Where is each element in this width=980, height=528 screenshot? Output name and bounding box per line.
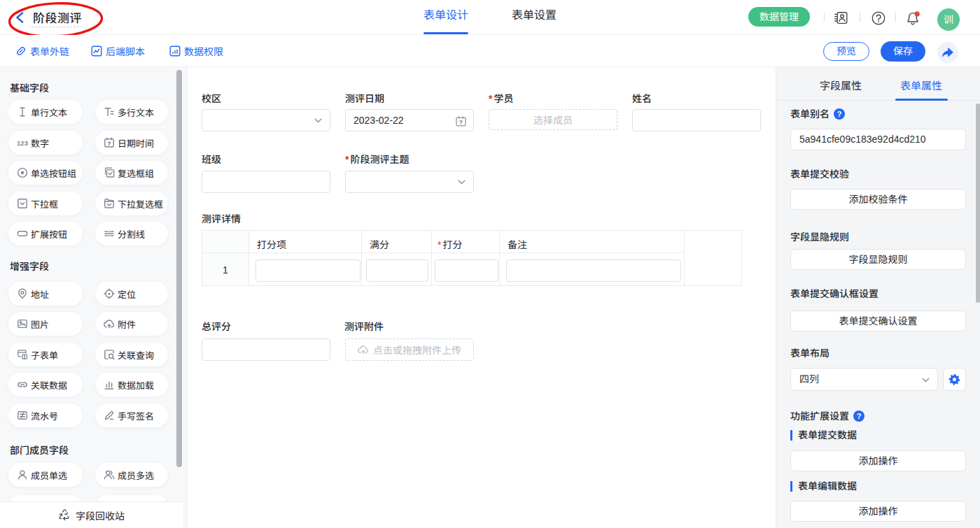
svg-text:123: 123	[17, 139, 28, 147]
